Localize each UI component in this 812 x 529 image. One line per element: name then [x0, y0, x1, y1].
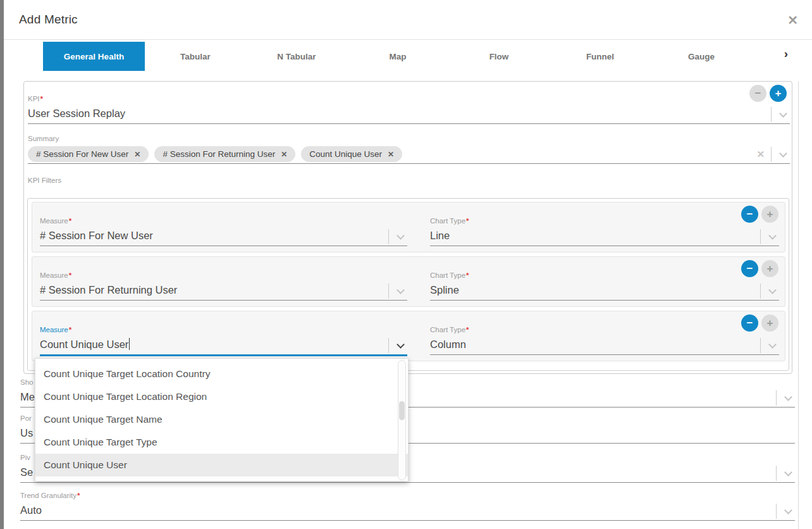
summary-tag[interactable]: # Session For New User✕ — [28, 146, 149, 162]
page-backdrop-edge — [0, 0, 4, 529]
chart-type-field: Chart Type* Spline — [430, 270, 779, 301]
summary-tag[interactable]: Count Unique User✕ — [301, 146, 402, 162]
required-asterisk: * — [466, 271, 469, 279]
summary-label: Summary — [28, 134, 790, 145]
kpi-field: KPI* User Session Replay — [28, 94, 790, 124]
tab-map[interactable]: Map — [347, 42, 448, 71]
chevron-down-icon[interactable] — [779, 109, 787, 118]
field-separator — [771, 147, 772, 162]
chart-type-field: Chart Type* Line — [430, 216, 779, 246]
required-asterisk: * — [466, 326, 469, 333]
clear-all-icon[interactable]: ✕ — [756, 146, 765, 163]
chevron-down-icon[interactable] — [397, 286, 405, 294]
tabs-more-chevron-icon[interactable]: › — [784, 47, 788, 61]
trend-granularity-field: Trend Granularity* Auto — [20, 490, 795, 521]
chart-type-select[interactable]: Column — [430, 336, 779, 355]
chart-type-field: Chart Type* Column — [430, 325, 779, 355]
chevron-down-icon[interactable] — [768, 286, 777, 294]
chevron-down-icon[interactable] — [784, 506, 792, 514]
tab-funnel[interactable]: Funnel — [550, 42, 651, 71]
measures-container: − + Measure* # Session For New User Char… — [27, 198, 789, 371]
header-divider — [4, 39, 812, 40]
text-caret — [129, 338, 130, 350]
dropdown-option[interactable]: Count Unique Target Location Region — [35, 385, 408, 408]
tab-gauge[interactable]: Gauge — [651, 42, 752, 71]
required-asterisk: * — [466, 217, 469, 225]
measure-field: Measure* # Session For Returning User — [40, 270, 407, 301]
chart-type-select[interactable]: Line — [430, 227, 779, 246]
field-separator — [771, 107, 772, 122]
tab-flow[interactable]: Flow — [448, 42, 550, 71]
dropdown-option-clipped[interactable]: Count Unique Target Location City — [35, 358, 408, 363]
tag-close-icon[interactable]: ✕ — [281, 146, 287, 163]
kpi-label: KPI* — [28, 94, 790, 105]
required-asterisk: * — [77, 492, 80, 499]
measure-row: − + Measure* # Session For New User Char… — [32, 202, 785, 252]
chart-type-select[interactable]: Spline — [430, 282, 779, 301]
close-icon[interactable]: ✕ — [787, 13, 798, 28]
summary-tag[interactable]: # Session For Returning User✕ — [154, 146, 295, 162]
measure-select[interactable]: # Session For New User — [40, 227, 407, 246]
tag-close-icon[interactable]: ✕ — [134, 146, 140, 163]
measure-field: Measure* Count Unique User — [40, 325, 407, 356]
required-asterisk: * — [40, 95, 43, 103]
content-right-divider — [798, 81, 799, 529]
chart-type-tabs: General Health Tabular N Tabular Map Flo… — [43, 42, 752, 71]
add-metric-modal: Add Metric ✕ General Health Tabular N Ta… — [0, 0, 812, 529]
tab-n-tabular[interactable]: N Tabular — [246, 42, 347, 71]
measure-search-input[interactable]: Count Unique User — [40, 336, 407, 356]
measure-select[interactable]: # Session For Returning User — [40, 282, 407, 301]
dropdown-scrollbar[interactable] — [398, 360, 406, 480]
dropdown-option[interactable]: Count Unique Target Location Country — [35, 363, 408, 385]
chevron-down-icon[interactable] — [784, 468, 792, 476]
measure-field: Measure* # Session For New User — [40, 216, 407, 246]
trend-granularity-select[interactable]: Auto — [20, 502, 795, 521]
summary-multiselect[interactable]: . # Session For New User✕ # Session For … — [28, 145, 790, 164]
chevron-down-icon[interactable] — [784, 393, 792, 401]
measure-row: − + Measure* Count Unique User Chart Typ… — [32, 311, 785, 361]
dropdown-scrollbar-thumb[interactable] — [399, 401, 405, 420]
required-asterisk: * — [69, 326, 71, 333]
chevron-down-icon[interactable] — [397, 232, 405, 240]
measure-row: − + Measure* # Session For Returning Use… — [32, 256, 785, 307]
summary-field: Summary . # Session For New User✕ # Sess… — [28, 134, 790, 164]
kpi-select[interactable]: User Session Replay — [28, 105, 790, 124]
tab-tabular[interactable]: Tabular — [145, 42, 246, 71]
dropdown-list: Count Unique Target Location City Count … — [35, 358, 408, 476]
required-asterisk: * — [69, 217, 71, 225]
measure-options-dropdown: Count Unique Target Location City Count … — [35, 358, 409, 482]
trend-granularity-label: Trend Granularity* — [20, 490, 795, 502]
tab-general-health[interactable]: General Health — [43, 42, 145, 71]
summary-tags: # Session For New User✕ # Session For Re… — [28, 146, 402, 162]
tag-close-icon[interactable]: ✕ — [388, 146, 394, 163]
dropdown-option[interactable]: Count Unique Target Type — [35, 431, 408, 454]
chevron-down-icon[interactable] — [397, 340, 405, 349]
chevron-down-icon[interactable] — [779, 149, 787, 158]
kpi-value: User Session Replay — [28, 108, 125, 119]
kpi-filters-label: KPI Filters — [28, 175, 61, 187]
required-asterisk: * — [69, 271, 71, 279]
chevron-down-icon[interactable] — [768, 232, 777, 240]
modal-title: Add Metric — [19, 13, 78, 27]
dropdown-option-highlighted[interactable]: Count Unique User — [35, 454, 408, 476]
dropdown-option[interactable]: Count Unique Target Name — [35, 408, 408, 431]
chevron-down-icon[interactable] — [768, 340, 777, 349]
